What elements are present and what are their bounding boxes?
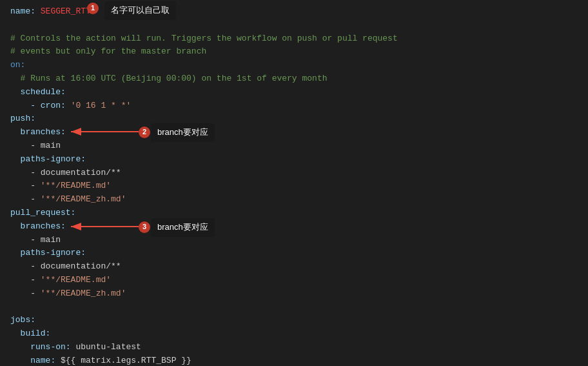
code-token: ubuntu-latest: [75, 341, 141, 354]
code-token: - cron:: [10, 99, 71, 113]
code-line: build:: [10, 327, 578, 341]
code-token: '**/README_zh.md': [41, 287, 126, 301]
code-token: build:: [10, 327, 50, 341]
code-line: - cron: '0 16 1 * *': [10, 99, 578, 113]
code-line: paths-ignore:: [10, 153, 578, 167]
code-token: branches:: [10, 126, 66, 139]
code-token: runs-on:: [10, 341, 75, 354]
badge-2: 2: [139, 127, 150, 138]
badge-1: 1: [87, 3, 99, 14]
code-line: [10, 301, 578, 314]
code-token: '0 16 1 * *': [71, 99, 132, 113]
code-line: runs-on: ubuntu-latest: [10, 341, 578, 354]
code-token: # events but only for the master branch: [10, 45, 206, 59]
code-token: paths-ignore:: [10, 153, 86, 167]
code-token: - documentation/**: [10, 167, 121, 180]
code-line: name: ${{ matrix.legs.RTT_BSP }}: [10, 354, 578, 366]
code-line: [10, 19, 578, 32]
code-token: # Controls the action will run. Triggers…: [10, 32, 398, 46]
code-line: on:: [10, 59, 578, 72]
code-token: '**/README.md': [41, 179, 111, 193]
code-line: pull_request:: [10, 207, 578, 220]
code-token: schedule:: [10, 86, 66, 99]
code-line: paths-ignore:: [10, 247, 578, 260]
code-line: jobs:: [10, 314, 578, 327]
code-token: -: [10, 179, 41, 193]
code-token: - documentation/**: [10, 260, 121, 274]
code-token: push:: [10, 112, 35, 126]
code-token: paths-ignore:: [10, 247, 86, 260]
code-token: branches:: [10, 220, 66, 234]
callout-1: 名字可以自己取: [104, 1, 176, 20]
callout-2: branch要对应: [151, 123, 215, 142]
code-token: name:: [10, 354, 61, 366]
code-token: -: [10, 193, 41, 207]
code-editor: name: SEGGER_RTT 1 名字可以自己取 # Controls th…: [0, 0, 588, 366]
code-token: '**/README.md': [41, 274, 111, 287]
code-line: - '**/README_zh.md': [10, 193, 578, 207]
code-line: schedule:: [10, 86, 578, 99]
code-token: name:: [10, 5, 41, 19]
code-token: SEGGER_RTT: [41, 5, 91, 19]
code-line: - '**/README.md': [10, 179, 578, 193]
code-token: '**/README_zh.md': [41, 193, 126, 207]
code-line: - '**/README_zh.md': [10, 287, 578, 301]
code-line: - documentation/**: [10, 260, 578, 274]
code-token: pull_request:: [10, 207, 75, 220]
arrow-2: [64, 125, 142, 139]
arrow-3: [64, 219, 142, 234]
code-token: -: [10, 274, 41, 287]
code-line: # events but only for the master branch: [10, 45, 578, 59]
code-token: jobs:: [10, 314, 35, 327]
code-line: - main: [10, 234, 578, 247]
code-line: # Controls the action will run. Triggers…: [10, 32, 578, 46]
code-line: # Runs at 16:00 UTC (Beijing 00:00) on t…: [10, 72, 578, 86]
code-token: - main: [10, 234, 61, 247]
code-line: - '**/README.md': [10, 274, 578, 287]
code-token: ${{ matrix.legs.RTT_BSP }}: [61, 354, 191, 366]
code-token: on:: [10, 59, 25, 72]
code-token: - main: [10, 139, 61, 153]
callout-3: branch要对应: [151, 218, 215, 237]
code-line: - main: [10, 139, 578, 153]
code-token: # Runs at 16:00 UTC (Beijing 00:00) on t…: [10, 72, 327, 86]
code-token: -: [10, 287, 41, 301]
badge-3: 3: [139, 221, 150, 233]
code-line: - documentation/**: [10, 167, 578, 180]
